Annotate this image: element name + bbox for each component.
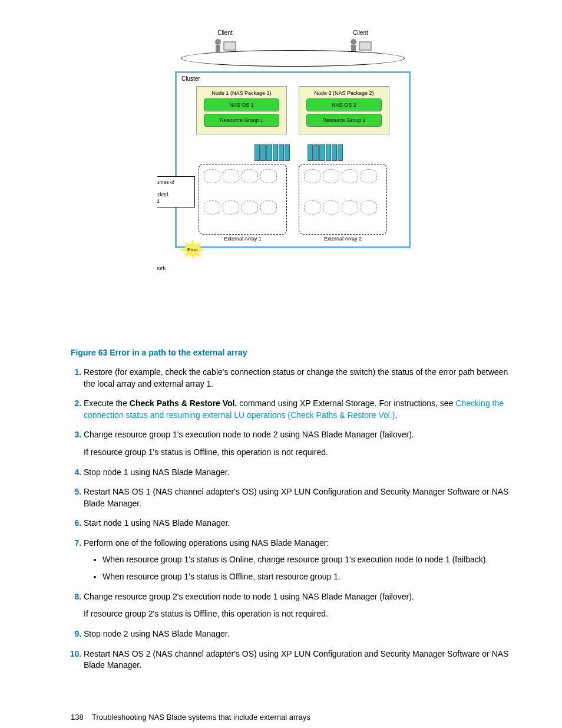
node-1: Node 1 (NAS Package 1) NAS OS 1 Resource…: [196, 86, 287, 134]
step-1-text: Restore (for example, check the cable's …: [84, 367, 508, 388]
step-2-text-c: command using XP External Storage. For i…: [237, 398, 455, 408]
node-1-label: Node 1 (NAS Package 1): [200, 90, 283, 96]
resource-group-2: Resource Group 2: [306, 114, 382, 127]
svg-rect-0: [224, 42, 236, 50]
legend: Legend : Network: [157, 259, 393, 272]
network-ellipse: [181, 50, 405, 67]
svg-rect-3: [359, 42, 371, 50]
client-2-label: Client: [353, 29, 368, 36]
svg-point-4: [351, 39, 356, 45]
page-footer: 138 Troubleshooting NAS Blade systems th…: [71, 713, 515, 722]
step-3: Change resource group 1's execution node…: [84, 429, 515, 458]
step-6: Start node 1 using NAS Blade Manager.: [84, 518, 515, 529]
step-3-text-a: Change resource group 1's execution node…: [84, 429, 515, 441]
external-array-1-label: External Array 1: [199, 236, 287, 242]
step-5-text: Restart NAS OS 1 (NAS channel adapter's …: [84, 487, 508, 508]
figure-caption: Figure 63 Error in a path to the externa…: [71, 348, 515, 357]
step-4: Stop node 1 using NAS Blade Manager.: [84, 467, 515, 479]
step-7-bullet-1: When resource group 1's status is Online…: [103, 554, 515, 566]
step-8-text-a: Change resource group 2's execution node…: [84, 591, 515, 603]
steps-list: Restore (for example, check the cable's …: [71, 367, 515, 671]
error-label: Error: [187, 247, 198, 252]
step-5: Restart NAS OS 1 (NAS channel adapter's …: [84, 486, 515, 509]
step-3-text-b: If resource group 1's status is Offline,…: [84, 447, 515, 459]
status-line-2: File system is blocked.: [157, 192, 191, 198]
step-6-text: Start node 1 using NAS Blade Manager.: [84, 518, 230, 528]
external-array-2-group: External Array 2: [299, 164, 387, 242]
external-array-1-box: [199, 164, 287, 235]
external-array-2-box: [299, 164, 387, 235]
footer-title: Troubleshooting NAS Blade systems that i…: [92, 713, 310, 722]
step-4-text: Stop node 1 using NAS Blade Manager.: [84, 467, 230, 477]
client-2: Client: [349, 29, 372, 52]
svg-rect-2: [216, 45, 220, 52]
step-10-text: Restart NAS OS 2 (NAS channel adapter's …: [84, 649, 508, 670]
person-computer-icon: [213, 36, 237, 52]
step-7-bullet-2: When resource group 1's status is Offlin…: [103, 571, 515, 583]
step-7-bullet-2-text: When resource group 1's status is Offlin…: [103, 572, 340, 581]
svg-point-1: [215, 39, 221, 45]
client-1: Client: [213, 29, 237, 52]
external-hw-1-icon: [254, 144, 290, 161]
person-computer-icon: [349, 36, 372, 52]
step-7-bullet-1-text: When resource group 1's status is Online…: [103, 555, 488, 564]
cluster-label: Cluster: [181, 75, 200, 82]
step-7: Perform one of the following operations …: [84, 538, 515, 583]
legend-network: : Network: [157, 265, 166, 271]
status-line-3: Volume is blocked.: [157, 198, 191, 205]
step-2-text-a: Execute the: [84, 398, 130, 408]
legend-title: Legend: [157, 259, 393, 265]
external-array-1-group: External Array 1: [199, 164, 287, 242]
step-10: Restart NAS OS 2 (NAS channel adapter's …: [84, 648, 515, 671]
resource-group-1: Resource Group 1: [204, 114, 279, 127]
step-8: Change resource group 2's execution node…: [84, 591, 515, 620]
page-number: 138: [71, 713, 84, 722]
client-1-label: Client: [217, 29, 233, 36]
step-7-sublist: When resource group 1's status is Online…: [95, 554, 515, 583]
step-2: Execute the Check Paths & Restore Vol. c…: [84, 398, 515, 421]
status-line-1: Status of all the volumes of external ar…: [157, 179, 191, 192]
step-8-text-b: If resource group 2's status is Offline,…: [84, 608, 515, 620]
status-callout: Status of all the volumes of external ar…: [157, 176, 195, 207]
nas-os-2: NAS OS 2: [306, 98, 382, 111]
step-2-command: Check Paths & Restore Vol.: [130, 398, 237, 408]
nas-os-1: NAS OS 1: [204, 98, 279, 111]
step-9-text: Stop node 2 using NAS Blade Manager.: [84, 629, 230, 638]
step-2-text-d: .: [395, 410, 397, 420]
external-array-2-label: External Array 2: [299, 236, 387, 242]
local-array-label: Local Array: [157, 211, 387, 217]
diagram-figure: Client Client Cluster Node 1 (NAS Packag…: [157, 29, 428, 336]
node-2-label: Node 2 (NAS Package 2): [303, 90, 385, 96]
node-2: Node 2 (NAS Package 2) NAS OS 2 Resource…: [299, 86, 389, 134]
step-1: Restore (for example, check the cable's …: [84, 367, 515, 390]
step-9: Stop node 2 using NAS Blade Manager.: [84, 628, 515, 640]
step-7-text: Perform one of the following operations …: [84, 538, 329, 548]
external-hw-2-icon: [308, 144, 343, 161]
